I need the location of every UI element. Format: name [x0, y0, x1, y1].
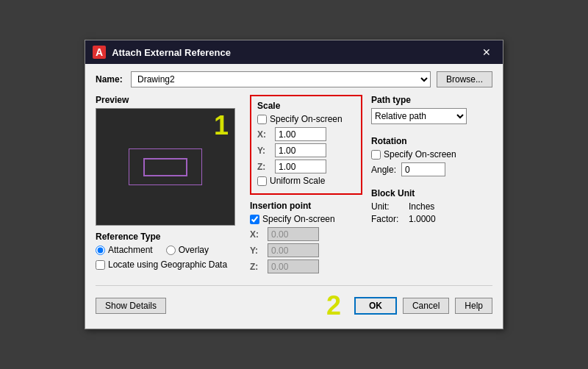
path-type-select[interactable]: Relative path Full path No path: [371, 108, 467, 124]
dialog-body: Name: Drawing2 Browse... Preview 1 Refer…: [85, 64, 503, 329]
scale-y-label: Y:: [257, 146, 270, 156]
preview-box: 1: [96, 108, 235, 226]
scale-y-input[interactable]: [275, 143, 326, 157]
uniform-scale-label: Uniform Scale: [270, 176, 325, 186]
scale-title: Scale: [257, 101, 355, 111]
attachment-radio-label[interactable]: Attachment: [96, 245, 153, 255]
show-details-button[interactable]: Show Details: [96, 298, 166, 314]
insertion-y-input[interactable]: [268, 243, 319, 257]
preview-label: Preview: [96, 95, 243, 105]
insertion-z-input[interactable]: [268, 259, 319, 273]
scale-specify-onscreen-row: Specify On-screen: [257, 114, 355, 124]
insertion-x-row: X:: [250, 227, 362, 241]
bottom-buttons: 2 OK Cancel Help: [326, 290, 492, 321]
angle-row: Angle:: [371, 162, 492, 176]
unit-label: Unit:: [371, 201, 404, 212]
locate-geo-row: Locate using Geographic Data: [96, 259, 243, 270]
attachment-radio[interactable]: [96, 246, 105, 255]
overlay-radio[interactable]: [166, 246, 176, 255]
insertion-y-row: Y:: [250, 243, 362, 257]
insertion-specify-row: Specify On-screen: [250, 214, 362, 224]
factor-label: Factor:: [371, 214, 404, 224]
scale-x-input[interactable]: [275, 127, 326, 141]
insertion-y-label: Y:: [250, 246, 263, 256]
annotation-2: 2: [326, 290, 341, 321]
unit-row: Unit: Inches: [371, 201, 492, 212]
scale-section: Scale Specify On-screen X: Y:: [250, 95, 362, 195]
attach-external-reference-dialog: A Attach External Reference ✕ Name: Draw…: [85, 40, 503, 329]
angle-input[interactable]: [401, 162, 445, 176]
close-button[interactable]: ✕: [478, 45, 495, 60]
rotation-specify-label: Specify On-screen: [384, 149, 456, 160]
title-bar-left: A Attach External Reference: [93, 46, 231, 59]
rotation-specify-row: Specify On-screen: [371, 149, 492, 160]
insertion-z-label: Z:: [250, 262, 263, 272]
scale-z-label: Z:: [257, 162, 270, 172]
main-area: Preview 1 Reference Type Attachment: [96, 95, 492, 279]
rotation-section: Rotation Specify On-screen Angle:: [371, 136, 492, 176]
factor-value: 1.0000: [409, 214, 436, 224]
name-select[interactable]: Drawing2: [131, 71, 431, 87]
preview-inner: [143, 158, 187, 176]
scale-y-row: Y:: [257, 143, 355, 157]
uniform-scale-checkbox[interactable]: [257, 176, 267, 186]
two-col-wrapper: Scale Specify On-screen X: Y:: [250, 95, 492, 279]
insertion-point-title: Insertion point: [250, 201, 362, 211]
scale-x-row: X:: [257, 127, 355, 141]
dialog-title: Attach External Reference: [112, 47, 231, 58]
block-unit-section: Block Unit Unit: Inches Factor: 1.0000: [371, 188, 492, 224]
block-unit-title: Block Unit: [371, 188, 492, 198]
help-button[interactable]: Help: [455, 298, 492, 314]
path-type-label: Path type: [371, 95, 492, 105]
ok-button[interactable]: OK: [354, 297, 397, 315]
annotation-1: 1: [214, 110, 229, 141]
radio-row: Attachment Overlay: [96, 245, 243, 255]
scale-z-row: Z:: [257, 160, 355, 173]
locate-geo-checkbox[interactable]: [96, 260, 105, 270]
right-column: Scale Specify On-screen X: Y:: [250, 95, 492, 279]
bottom-row: Show Details 2 OK Cancel Help: [96, 285, 492, 321]
two-col-left: Scale Specify On-screen X: Y:: [250, 95, 362, 279]
reference-type-section: Reference Type Attachment Overlay: [96, 232, 243, 270]
two-col-right: Path type Relative path Full path No pat…: [371, 95, 492, 279]
name-row: Name: Drawing2 Browse...: [96, 71, 492, 87]
insertion-specify-checkbox[interactable]: [250, 215, 259, 224]
path-type-section: Path type Relative path Full path No pat…: [371, 95, 492, 124]
scale-specify-onscreen-checkbox[interactable]: [257, 115, 267, 124]
left-column: Preview 1 Reference Type Attachment: [96, 95, 243, 279]
locate-geo-label: Locate using Geographic Data: [108, 259, 227, 270]
angle-label: Angle:: [371, 165, 397, 175]
insertion-point-section: Insertion point Specify On-screen X: Y:: [250, 201, 362, 273]
insertion-x-label: X:: [250, 229, 263, 240]
scale-z-input[interactable]: [275, 160, 326, 173]
browse-button[interactable]: Browse...: [437, 71, 492, 87]
preview-drawing: [129, 148, 202, 185]
scale-x-label: X:: [257, 129, 270, 140]
name-label: Name:: [96, 74, 125, 85]
autocad-logo: A: [93, 46, 106, 59]
uniform-scale-row: Uniform Scale: [257, 176, 355, 186]
cancel-button[interactable]: Cancel: [403, 298, 449, 314]
scale-specify-onscreen-label: Specify On-screen: [270, 114, 343, 124]
title-bar: A Attach External Reference ✕: [85, 40, 503, 64]
reference-type-label: Reference Type: [96, 232, 243, 242]
insertion-z-row: Z:: [250, 259, 362, 273]
insertion-x-input[interactable]: [268, 227, 319, 241]
unit-value: Inches: [409, 201, 434, 212]
insertion-specify-label: Specify On-screen: [262, 214, 335, 224]
rotation-title: Rotation: [371, 136, 492, 146]
overlay-radio-label[interactable]: Overlay: [166, 245, 209, 255]
factor-row: Factor: 1.0000: [371, 214, 492, 224]
rotation-specify-checkbox[interactable]: [371, 150, 381, 160]
